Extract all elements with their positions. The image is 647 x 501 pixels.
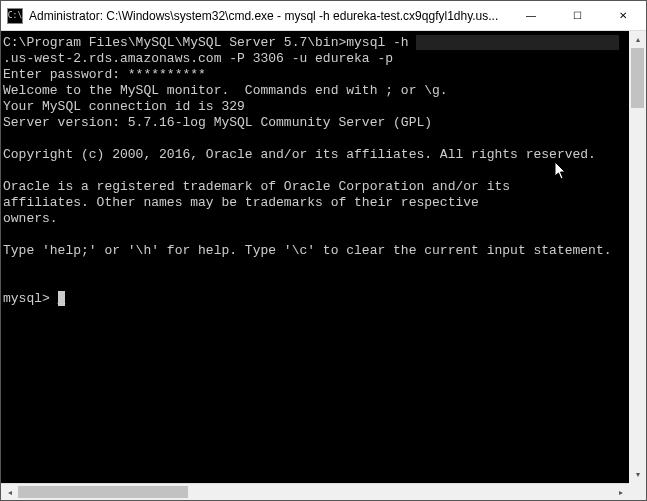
window-title: Administrator: C:\Windows\system32\cmd.e… bbox=[29, 9, 508, 23]
scroll-down-arrow-icon[interactable]: ▾ bbox=[629, 466, 646, 483]
content-area: C:\Program Files\MySQL\MySQL Server 5.7\… bbox=[1, 31, 646, 483]
scroll-right-arrow-icon[interactable]: ▸ bbox=[612, 484, 629, 500]
maximize-button[interactable]: ☐ bbox=[554, 1, 600, 30]
window-controls: — ☐ ✕ bbox=[508, 1, 646, 30]
cmd-icon: C:\ bbox=[7, 8, 23, 24]
text-line: owners. bbox=[3, 211, 58, 226]
scroll-left-arrow-icon[interactable]: ◂ bbox=[1, 484, 18, 500]
text-line: Your MySQL connection id is 329 bbox=[3, 99, 245, 114]
redacted-host bbox=[416, 35, 619, 50]
text-line: Copyright (c) 2000, 2016, Oracle and/or … bbox=[3, 147, 596, 162]
text-line: Server version: 5.7.16-log MySQL Communi… bbox=[3, 115, 432, 130]
mysql-prompt: mysql> bbox=[3, 291, 58, 306]
scroll-up-arrow-icon[interactable]: ▴ bbox=[629, 31, 646, 48]
scroll-thumb-vertical[interactable] bbox=[631, 48, 644, 108]
text-line: C:\Program Files\MySQL\MySQL Server 5.7\… bbox=[3, 35, 416, 50]
minimize-button[interactable]: — bbox=[508, 1, 554, 30]
text-line: Oracle is a registered trademark of Orac… bbox=[3, 179, 510, 194]
horizontal-scrollbar[interactable]: ◂ ▸ bbox=[1, 483, 629, 500]
scroll-track-vertical[interactable] bbox=[629, 48, 646, 466]
text-line: Enter password: ********** bbox=[3, 67, 206, 82]
text-line: .us-west-2.rds.amazonaws.com -P 3306 -u … bbox=[3, 51, 393, 66]
titlebar[interactable]: C:\ Administrator: C:\Windows\system32\c… bbox=[1, 1, 646, 31]
text-line: affiliates. Other names may be trademark… bbox=[3, 195, 479, 210]
terminal-output[interactable]: C:\Program Files\MySQL\MySQL Server 5.7\… bbox=[1, 31, 629, 483]
cursor-block: _ bbox=[58, 291, 66, 306]
scroll-track-horizontal[interactable] bbox=[18, 484, 612, 500]
text-line: Type 'help;' or '\h' for help. Type '\c'… bbox=[3, 243, 612, 258]
cmd-window: C:\ Administrator: C:\Windows\system32\c… bbox=[0, 0, 647, 501]
vertical-scrollbar[interactable]: ▴ ▾ bbox=[629, 31, 646, 483]
close-button[interactable]: ✕ bbox=[600, 1, 646, 30]
scroll-corner bbox=[629, 483, 646, 500]
scroll-thumb-horizontal[interactable] bbox=[18, 486, 188, 498]
bottom-scroll-row: ◂ ▸ bbox=[1, 483, 646, 500]
text-line: Welcome to the MySQL monitor. Commands e… bbox=[3, 83, 448, 98]
